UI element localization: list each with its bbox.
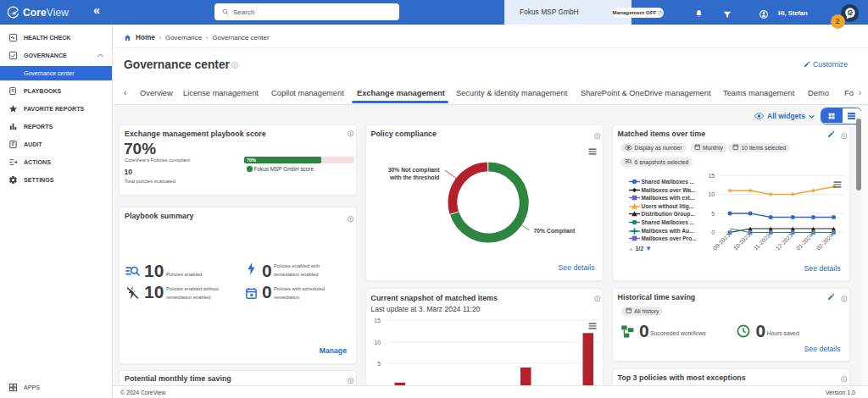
svg-text:10: 10 <box>374 340 381 345</box>
svg-text:5: 5 <box>377 361 381 367</box>
svg-text:02-2024: 02-2024 <box>815 232 834 252</box>
svg-text:01-2024: 01-2024 <box>794 232 814 252</box>
svg-text:09-2023: 09-2023 <box>711 232 731 252</box>
svg-text:15: 15 <box>374 318 381 323</box>
svg-text:5: 5 <box>711 211 715 217</box>
svg-text:10-2023: 10-2023 <box>732 232 751 252</box>
svg-text:0: 0 <box>711 229 715 235</box>
svg-text:12-2023: 12-2023 <box>774 232 793 252</box>
svg-text:10: 10 <box>708 191 715 197</box>
svg-text:15: 15 <box>708 173 715 179</box>
svg-text:11-2023: 11-2023 <box>752 232 771 251</box>
